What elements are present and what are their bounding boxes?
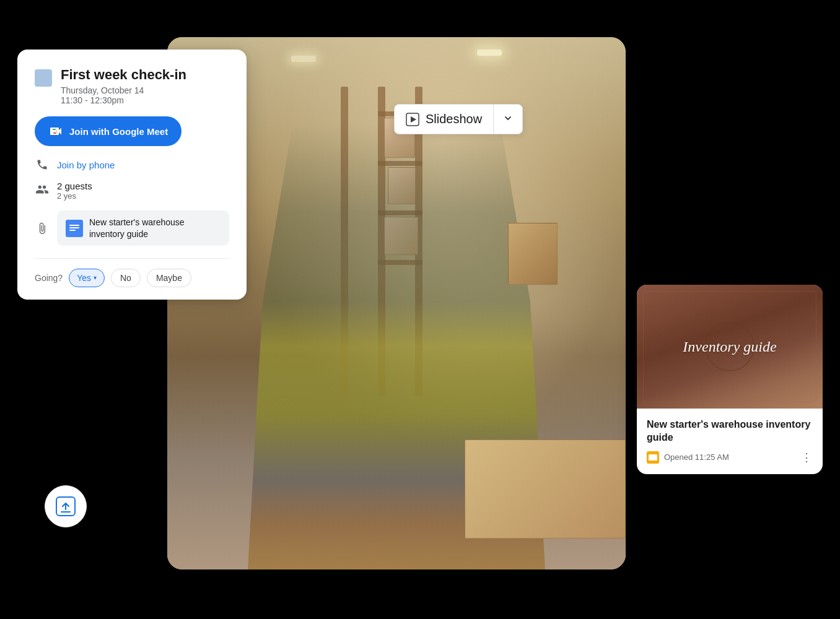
- yes-button[interactable]: Yes ▾: [69, 269, 105, 287]
- maybe-button[interactable]: Maybe: [147, 269, 191, 287]
- svg-rect-3: [69, 227, 79, 228]
- join-meet-button[interactable]: Join with Google Meet: [35, 116, 182, 146]
- calendar-color-indicator: [35, 69, 52, 87]
- chevron-down-icon: [502, 113, 514, 124]
- google-docs-icon: [66, 220, 83, 237]
- slideshow-label: Slideshow: [426, 112, 482, 126]
- slides-icon: [647, 451, 659, 464]
- guests-yes: 2 yes: [57, 191, 92, 201]
- attachment-card[interactable]: New starter's warehouse inventory guide: [57, 210, 229, 245]
- document-meta: Opened 11:25 AM ⋮: [647, 451, 813, 464]
- phone-icon: [35, 157, 50, 172]
- event-title: First week check-in: [61, 67, 186, 83]
- attachment-name: New starter's warehouse inventory guide: [89, 217, 221, 239]
- slideshow-dropdown-arrow[interactable]: [494, 105, 522, 134]
- guests-count: 2 guests: [57, 181, 92, 191]
- document-thumbnail: Inventory guide: [637, 285, 823, 409]
- document-title: New starter's warehouse inventory guide: [647, 418, 813, 444]
- svg-rect-2: [69, 225, 79, 226]
- meet-button-label: Join with Google Meet: [69, 126, 168, 137]
- svg-rect-4: [69, 230, 76, 231]
- calendar-card: First week check-in Thursday, October 14…: [17, 50, 247, 300]
- play-icon: [406, 113, 419, 126]
- no-button[interactable]: No: [111, 269, 141, 287]
- meet-icon: [48, 124, 63, 139]
- document-card[interactable]: Inventory guide New starter's warehouse …: [637, 285, 823, 474]
- more-options-icon[interactable]: ⋮: [801, 451, 813, 464]
- attachment-icon: [35, 221, 50, 236]
- upload-icon: [55, 496, 76, 517]
- event-date: Thursday, October 14: [61, 85, 186, 95]
- guests-row: 2 guests 2 yes: [35, 181, 229, 201]
- event-time: 11:30 - 12:30pm: [61, 95, 186, 105]
- upload-button[interactable]: [45, 485, 87, 527]
- going-row: Going? Yes ▾ No Maybe: [35, 269, 229, 287]
- document-opened-time: Opened 11:25 AM: [664, 452, 729, 462]
- going-label: Going?: [35, 273, 63, 283]
- document-card-body: New starter's warehouse inventory guide …: [637, 409, 823, 474]
- calendar-header: First week check-in Thursday, October 14…: [35, 67, 229, 105]
- thumbnail-title-text: Inventory guide: [683, 339, 776, 355]
- svg-marker-6: [411, 116, 416, 123]
- phone-row: Join by phone: [35, 157, 229, 172]
- join-by-phone-link[interactable]: Join by phone: [57, 160, 115, 170]
- slideshow-button[interactable]: Slideshow: [394, 104, 523, 134]
- slideshow-main[interactable]: Slideshow: [395, 105, 494, 134]
- attachment-row: New starter's warehouse inventory guide: [35, 210, 229, 245]
- document-meta-left: Opened 11:25 AM: [647, 451, 729, 464]
- divider: [35, 258, 229, 259]
- chevron-down-icon: ▾: [94, 274, 97, 281]
- guests-icon: [35, 182, 50, 197]
